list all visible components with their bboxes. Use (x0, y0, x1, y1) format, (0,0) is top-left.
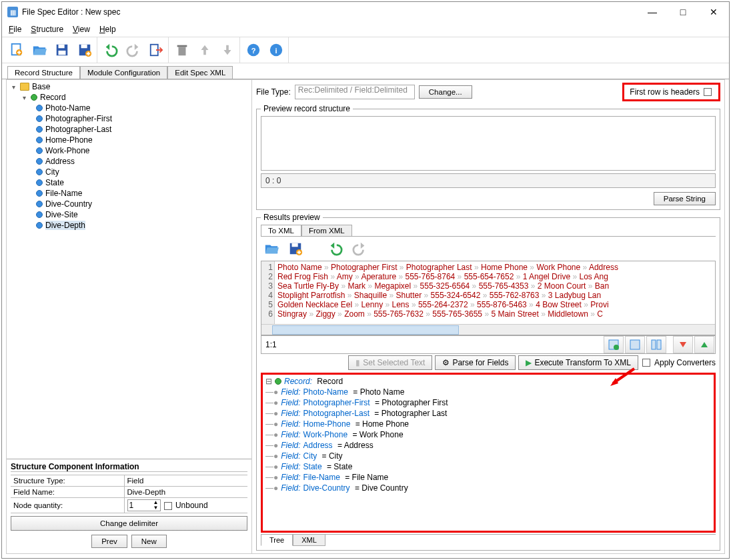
menu-structure[interactable]: Structure (31, 25, 63, 34)
field-mapping-tree[interactable]: ⊟ Record: Record —● Field: Photo-Name = … (263, 375, 714, 531)
tree-field-dive-country[interactable]: Dive-Country (9, 199, 249, 209)
svg-rect-22 (657, 340, 661, 349)
svg-rect-9 (179, 47, 186, 55)
ft-field-row[interactable]: —● Field: Photographer-First = Photograp… (265, 397, 711, 408)
ft-field-row[interactable]: —● Field: City = City (265, 451, 711, 461)
field-icon (36, 201, 43, 207)
code-position: 1:1 (261, 340, 603, 349)
ft-field-row[interactable]: —● Field: Address = Address (265, 440, 711, 451)
menu-help[interactable]: Help (99, 25, 116, 34)
minimize-button[interactable]: — (637, 2, 668, 22)
help-icon[interactable]: ? (245, 42, 261, 58)
sci-heading: Structure Component Information (11, 462, 247, 472)
preview-textarea[interactable] (261, 116, 716, 171)
app-icon: ▦ (7, 7, 18, 17)
undo-result-icon[interactable] (327, 241, 343, 257)
code-line[interactable]: Stoplight Parrotfish » Shaquille » Shutt… (277, 291, 715, 300)
menu-file[interactable]: File (9, 25, 21, 34)
delete-icon[interactable] (174, 42, 190, 58)
tree-field-address[interactable]: Address (9, 156, 249, 167)
field-icon (36, 137, 43, 143)
field-icon (36, 126, 43, 133)
tab-to-xml[interactable]: To XML (261, 225, 301, 236)
first-row-headers-checkbox[interactable] (704, 88, 712, 96)
code-line[interactable]: Stingray » Ziggy » Zoom » 555-765-7632 »… (277, 309, 715, 319)
ft-field-row[interactable]: —● Field: File-Name = File Name (265, 472, 711, 483)
new-file-icon[interactable] (9, 42, 25, 58)
window-title: File Spec Editor : New spec (22, 7, 637, 17)
record-icon (31, 94, 37, 101)
open-result-icon[interactable] (263, 241, 279, 257)
tree-field-state[interactable]: State (9, 177, 249, 188)
tree-field-photo-name[interactable]: Photo-Name (9, 103, 249, 113)
prev-button[interactable]: Prev (91, 535, 127, 548)
node-quantity-stepper[interactable]: 1▲▼ (127, 499, 161, 511)
change-delimiter-button[interactable]: Change delimiter (11, 516, 247, 531)
redo-result-icon[interactable] (351, 241, 368, 257)
tab-edit-spec-xml[interactable]: Edit Spec XML (167, 66, 233, 79)
save-icon[interactable] (54, 42, 70, 58)
move-up-icon[interactable] (197, 42, 213, 58)
code-line[interactable]: Sea Turtle Fly-By » Mark » Megapixel » 5… (277, 281, 715, 291)
view-mode-3-icon[interactable] (646, 336, 666, 353)
close-button[interactable]: ✕ (698, 2, 729, 22)
view-mode-1-icon[interactable] (604, 336, 624, 353)
parse-for-fields-button[interactable]: ⚙Parse for Fields (435, 355, 516, 370)
open-file-icon[interactable] (31, 42, 47, 58)
structure-tree[interactable]: ▾Base ▾Record Photo-NamePhotographer-Fir… (7, 80, 251, 459)
tab-record-structure[interactable]: Record Structure (7, 66, 80, 79)
info-icon[interactable]: i (268, 42, 284, 58)
ft-field-row[interactable]: —● Field: Work-Phone = Work Phone (265, 429, 711, 440)
ft-field-row[interactable]: —● Field: Photo-Name = Photo Name (265, 387, 711, 397)
tree-field-photographer-first[interactable]: Photographer-First (9, 113, 249, 124)
ft-field-row[interactable]: —● Field: Home-Phone = Home Phone (265, 419, 711, 429)
ft-record-row[interactable]: ⊟ Record: Record (265, 376, 711, 387)
maximize-button[interactable]: □ (668, 2, 698, 22)
sci-field-name-label: Field Name: (11, 487, 124, 498)
execute-transform-button[interactable]: ▶Execute Transform To XML (518, 355, 638, 370)
apply-converters-checkbox[interactable] (642, 359, 650, 367)
record-icon (275, 378, 281, 385)
code-editor[interactable]: 123456 Photo Name » Photographer First »… (261, 261, 716, 335)
tree-field-dive-site[interactable]: Dive-Site (9, 209, 249, 220)
code-line[interactable]: Golden Necklace Eel » Lenny » Lens » 555… (277, 300, 715, 309)
undo-icon[interactable] (103, 42, 119, 58)
redo-icon[interactable] (125, 42, 141, 58)
set-selected-text-button[interactable]: ▮Set Selected Text (348, 355, 432, 370)
sci-field-name-value: Dive-Depth (124, 487, 247, 498)
view-mode-2-icon[interactable] (625, 336, 645, 353)
first-row-headers-label: First row is headers (630, 87, 700, 97)
sci-structure-type-value: Field (124, 475, 247, 487)
menu-view[interactable]: View (73, 25, 90, 34)
tab-from-xml[interactable]: From XML (301, 225, 352, 236)
exit-icon[interactable] (148, 42, 164, 58)
field-icon (36, 115, 43, 122)
unbound-checkbox[interactable] (164, 502, 172, 510)
tab-tree[interactable]: Tree (261, 535, 293, 546)
ft-field-row[interactable]: —● Field: Dive-Country = Dive Country (265, 483, 711, 493)
tree-field-file-name[interactable]: File-Name (9, 188, 249, 199)
move-down-icon[interactable] (219, 42, 235, 58)
field-icon (36, 147, 43, 154)
tree-field-home-phone[interactable]: Home-Phone (9, 135, 249, 145)
tab-module-config[interactable]: Module Configuration (80, 66, 167, 79)
horizontal-scrollbar[interactable] (261, 324, 715, 335)
nav-down-icon[interactable] (673, 336, 693, 353)
ft-field-row[interactable]: —● Field: Photographer-Last = Photograph… (265, 408, 711, 419)
tree-field-photographer-last[interactable]: Photographer-Last (9, 124, 249, 135)
tree-field-work-phone[interactable]: Work-Phone (9, 145, 249, 156)
new-button[interactable]: New (131, 535, 167, 548)
sci-node-qty-label: Node quantity: (11, 498, 124, 513)
change-button[interactable]: Change... (419, 85, 472, 99)
tree-field-dive-depth[interactable]: Dive-Depth (9, 220, 249, 231)
save-as-icon[interactable] (77, 42, 93, 58)
tab-xml[interactable]: XML (293, 535, 325, 546)
nav-up-icon[interactable] (694, 336, 714, 353)
parse-string-button[interactable]: Parse String (654, 192, 716, 205)
save-result-icon[interactable] (287, 241, 303, 257)
code-line[interactable]: Photo Name » Photographer First » Photog… (277, 263, 715, 272)
tree-field-city[interactable]: City (9, 167, 249, 177)
svg-point-19 (614, 345, 619, 350)
code-line[interactable]: Red Frog Fish » Amy » Aperature » 555-76… (277, 272, 715, 281)
ft-field-row[interactable]: —● Field: State = State (265, 461, 711, 472)
